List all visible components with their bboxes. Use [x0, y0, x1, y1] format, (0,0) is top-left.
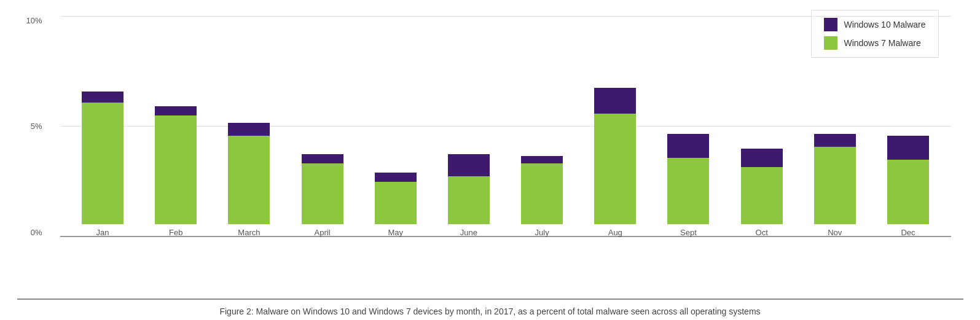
bar-group-april: April	[286, 154, 359, 237]
bar-group-march: March	[213, 123, 286, 237]
bar-label-dec: Dec	[901, 228, 915, 237]
bar-label-march: March	[238, 228, 260, 237]
bar-group-oct: Oct	[725, 149, 798, 237]
win7-segment-oct	[741, 167, 783, 224]
win10-segment-april	[302, 154, 343, 163]
win7-segment-feb	[155, 115, 197, 224]
stacked-bar-may	[375, 173, 417, 224]
bar-label-jan: Jan	[96, 228, 109, 237]
bar-group-july: July	[506, 156, 579, 237]
win7-segment-dec	[887, 160, 929, 224]
win10-segment-feb	[155, 106, 197, 115]
bar-group-jan: Jan	[66, 92, 139, 237]
stacked-bar-feb	[155, 106, 197, 224]
bar-label-aug: Aug	[608, 228, 622, 237]
bar-label-feb: Feb	[169, 228, 182, 237]
y-label-5: 5%	[31, 122, 42, 131]
win10-segment-march	[228, 123, 270, 136]
win10-segment-july	[521, 156, 563, 163]
win7-segment-april	[302, 163, 343, 224]
stacked-bar-march	[228, 123, 270, 224]
win10-segment-aug	[594, 88, 636, 114]
chart-container: Windows 10 Malware Windows 7 Malware 10%…	[17, 4, 963, 299]
win7-segment-sept	[667, 158, 709, 224]
bar-group-dec: Dec	[871, 136, 944, 237]
bar-label-april: April	[315, 228, 331, 237]
win10-segment-oct	[741, 149, 783, 167]
stacked-bar-april	[302, 154, 343, 224]
win10-segment-sept	[667, 134, 709, 158]
chart-caption: Figure 2: Malware on Windows 10 and Wind…	[219, 306, 760, 316]
bar-label-may: May	[388, 228, 403, 237]
win10-segment-may	[375, 173, 417, 182]
stacked-bar-oct	[741, 149, 783, 224]
stacked-bar-aug	[594, 88, 636, 224]
win7-segment-march	[228, 136, 270, 224]
win10-segment-dec	[887, 136, 929, 160]
stacked-bar-jan	[82, 92, 123, 224]
stacked-bar-dec	[887, 136, 929, 224]
bar-label-oct: Oct	[756, 228, 768, 237]
bar-group-nov: Nov	[798, 134, 871, 237]
stacked-bar-sept	[667, 134, 709, 224]
win7-segment-jan	[82, 103, 123, 224]
win7-segment-july	[521, 163, 563, 224]
stacked-bar-july	[521, 156, 563, 224]
bar-label-july: July	[535, 228, 549, 237]
bars-container: JanFebMarchAprilMayJuneJulyAugSeptOctNov…	[60, 16, 951, 237]
win7-segment-may	[375, 182, 417, 224]
bar-group-aug: Aug	[579, 88, 652, 237]
bar-group-sept: Sept	[652, 134, 725, 237]
win10-segment-jan	[82, 92, 123, 103]
win10-segment-nov	[814, 134, 856, 147]
win7-segment-nov	[814, 147, 856, 224]
stacked-bar-june	[448, 154, 490, 224]
win10-segment-june	[448, 154, 490, 176]
bar-label-june: June	[460, 228, 477, 237]
bar-group-may: May	[359, 173, 432, 237]
y-label-0: 0%	[31, 228, 42, 237]
bar-label-nov: Nov	[828, 228, 842, 237]
bar-group-june: June	[432, 154, 505, 237]
y-axis-labels: 10% 5% 0%	[26, 16, 42, 237]
caption-area: Figure 2: Malware on Windows 10 and Wind…	[17, 299, 963, 317]
bar-group-feb: Feb	[139, 106, 213, 237]
stacked-bar-nov	[814, 134, 856, 224]
win7-segment-aug	[594, 114, 636, 224]
y-label-10: 10%	[26, 16, 42, 25]
win7-segment-june	[448, 176, 490, 224]
bar-label-sept: Sept	[680, 228, 697, 237]
chart-area: 10% 5% 0% JanFebMarchAprilMayJuneJulyAug…	[60, 16, 951, 262]
